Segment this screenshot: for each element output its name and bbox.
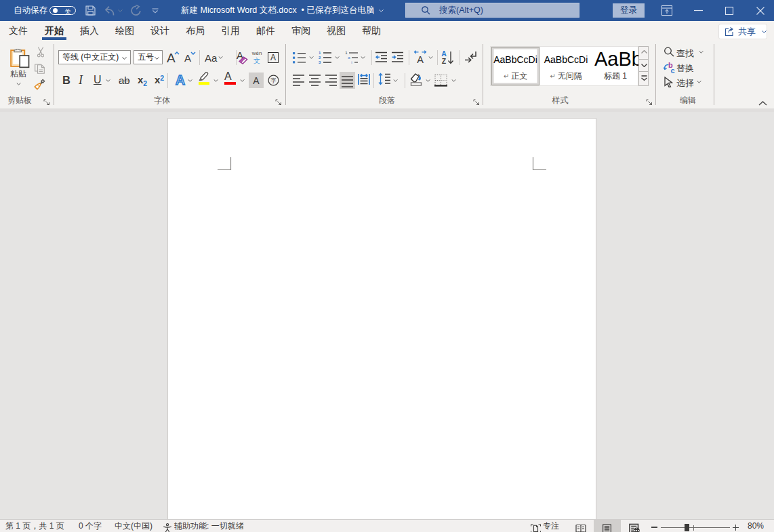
svg-text:Z: Z bbox=[442, 57, 447, 65]
svg-text:i: i bbox=[351, 60, 352, 64]
svg-text:1: 1 bbox=[345, 51, 348, 55]
svg-text:c: c bbox=[671, 66, 675, 74]
svg-text:字: 字 bbox=[270, 77, 277, 84]
svg-text:A: A bbox=[176, 73, 185, 87]
svg-text:a: a bbox=[348, 56, 350, 60]
svg-text:A: A bbox=[417, 54, 424, 65]
svg-text:2: 2 bbox=[319, 56, 321, 60]
svg-text:1: 1 bbox=[319, 51, 321, 55]
svg-text:3: 3 bbox=[319, 60, 321, 64]
